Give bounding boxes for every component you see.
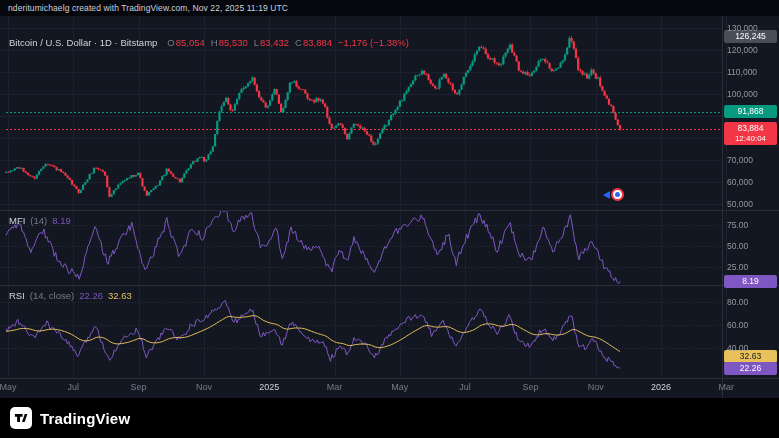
tradingview-wordmark[interactable]: TradingView (40, 410, 130, 427)
axis-tick-label: 120,000 (727, 45, 758, 55)
attribution-text: nderitumichaelg created with TradingView… (8, 3, 288, 13)
open-label: O (167, 37, 174, 48)
rsi-value-badge: 22.26 (724, 362, 777, 375)
axis-tick-label: 70,000 (727, 155, 753, 165)
close-label: C (295, 37, 302, 48)
time-tick-label: Sep (522, 382, 538, 392)
time-tick-label: Jul (68, 382, 80, 392)
axis-tick-label: 110,000 (727, 67, 757, 77)
time-tick-label: Sep (131, 382, 147, 392)
symbol-legend[interactable]: Bitcoin / U.S. Dollar · 1D · Bitstamp O8… (9, 37, 409, 48)
axis-tick-label: 75.00 (727, 220, 748, 230)
time-tick-label: Nov (588, 382, 604, 392)
level-price-badge: 91,868 (724, 105, 777, 118)
tradingview-chart-snapshot: nderitumichaelg created with TradingView… (0, 0, 779, 438)
axis-tick-label: 50.00 (727, 241, 748, 251)
time-axis[interactable]: MayJulSepNov2025MarMayJulSepNov2026Mar (0, 379, 779, 398)
axis-tick-label: 60,000 (727, 177, 753, 187)
axis-tick-label: 50,000 (727, 199, 753, 209)
time-tick-label: May (0, 382, 17, 392)
change-value: −1,176 (−1.38%) (338, 37, 409, 48)
time-tick-label: May (391, 382, 408, 392)
rsi-legend[interactable]: RSI (14, close) 22.26 32.63 (9, 290, 132, 301)
attribution-bar: nderitumichaelg created with TradingView… (0, 0, 779, 16)
low-value: 83,432 (260, 37, 289, 48)
rsi-title[interactable]: RSI (9, 290, 25, 301)
axis-tick-label: 60.00 (727, 320, 748, 330)
last-price-badge: 83,884 12:40:04 (724, 122, 777, 145)
cursor-arrow-icon (603, 191, 610, 199)
target-dot-icon (615, 192, 620, 197)
time-tick-label: Jul (459, 382, 471, 392)
footer-bar: TradingView (0, 398, 779, 438)
rsi-ma-value: 32.63 (108, 290, 132, 301)
close-value: 83,884 (303, 37, 332, 48)
axis-tick-label: 130,000 (727, 23, 758, 33)
tradingview-logo-glyph (12, 409, 30, 427)
axis-tick-label: 100,000 (727, 89, 758, 99)
last-price-value: 83,884 (724, 123, 777, 134)
time-tick-label: 2026 (651, 382, 671, 392)
rsi-params: (14, close) (30, 290, 74, 301)
target-circle-icon (611, 188, 624, 201)
mfi-value: 8.19 (52, 215, 71, 226)
axis-tick-label: 25.00 (727, 262, 748, 272)
high-label: H (211, 37, 218, 48)
axis-tick-label: 80.00 (727, 297, 748, 307)
ohlc-values: O85,054 H85,530 L83,432 C83,884 −1,176 (… (162, 37, 408, 48)
open-value: 85,054 (176, 37, 205, 48)
time-tick-label: 2025 (259, 382, 279, 392)
price-chart-canvas[interactable] (0, 16, 779, 398)
mfi-legend[interactable]: MFI (14) 8.19 (9, 215, 71, 226)
mfi-params: (14) (30, 215, 47, 226)
price-axis[interactable]: 126,245 91,868 83,884 12:40:04 8.19 32.6… (722, 16, 779, 398)
axis-tick-label: 40.00 (727, 343, 748, 353)
high-value: 85,530 (219, 37, 248, 48)
rsi-value: 22.26 (79, 290, 103, 301)
bar-countdown: 12:40:04 (724, 134, 777, 144)
chart-area: Bitcoin / U.S. Dollar · 1D · Bitstamp O8… (0, 16, 779, 398)
time-tick-label: Nov (196, 382, 212, 392)
mfi-value-badge: 8.19 (724, 275, 777, 288)
mfi-title[interactable]: MFI (9, 215, 25, 226)
tradingview-logo-icon[interactable] (10, 407, 32, 429)
low-label: L (254, 37, 259, 48)
symbol-title[interactable]: Bitcoin / U.S. Dollar · 1D · Bitstamp (9, 37, 157, 48)
pointer-marker-icon (603, 188, 624, 201)
time-tick-label: Mar (327, 382, 343, 392)
